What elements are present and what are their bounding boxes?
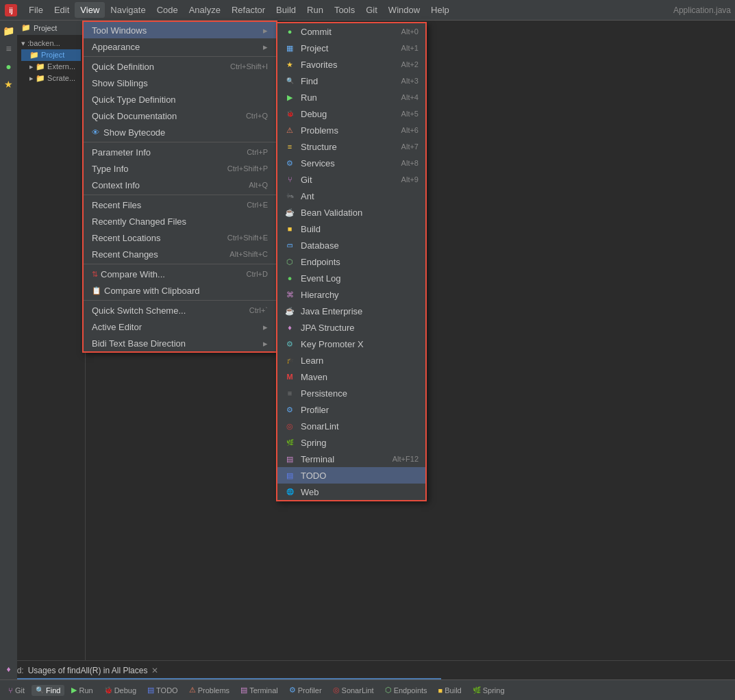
find-close-icon[interactable]: ✕ xyxy=(151,666,158,675)
tw-eventlog[interactable]: ● Event Log xyxy=(277,270,425,286)
menu-window[interactable]: Window xyxy=(383,2,425,18)
menu-quick-definition[interactable]: Quick Definition Ctrl+Shift+I xyxy=(84,58,276,75)
statusbar-sonarlint-icon: ◎ xyxy=(333,686,340,695)
statusbar-build[interactable]: ■ Build xyxy=(434,685,466,696)
tw-persistence[interactable]: ≡ Persistence xyxy=(277,385,425,401)
tw-profiler[interactable]: ⚙ Profiler xyxy=(277,401,425,418)
statusbar-build-label: Build xyxy=(445,686,461,695)
tw-spring[interactable]: 🌿 Spring xyxy=(277,434,425,451)
menu-show-siblings[interactable]: Show Siblings xyxy=(84,75,276,91)
project-item-scratch[interactable]: ▸ 📁 Scrate... xyxy=(21,73,81,84)
statusbar-endpoints[interactable]: ⬡ Endpoints xyxy=(381,684,432,696)
statusbar-run[interactable]: ▶ Run xyxy=(67,684,97,696)
menu-analyze[interactable]: Analyze xyxy=(184,2,226,18)
menu-help[interactable]: Help xyxy=(425,2,455,18)
menu-quick-type[interactable]: Quick Type Definition xyxy=(84,91,276,108)
recent-changes-shortcut: Alt+Shift+C xyxy=(229,250,268,258)
statusbar-git[interactable]: ⑂ Git xyxy=(4,685,29,696)
project-item-project[interactable]: 📁 Project xyxy=(21,49,81,61)
bean-icon: ☕ xyxy=(284,207,295,218)
menu-active-editor[interactable]: Active Editor ▸ xyxy=(84,318,276,335)
tw-problems[interactable]: ⚠ Problems Alt+6 xyxy=(277,122,425,138)
tw-maven[interactable]: M Maven xyxy=(277,368,425,385)
tw-maven-label: Maven xyxy=(301,372,419,382)
tw-endpoints[interactable]: ⬡ Endpoints xyxy=(277,253,425,270)
tw-favorites[interactable]: ★ Favorites Alt+2 xyxy=(277,56,425,73)
window-title: Application.java xyxy=(673,5,731,15)
tw-sonarlint[interactable]: ◎ SonarLint xyxy=(277,418,425,434)
menu-run[interactable]: Run xyxy=(301,2,329,18)
tw-structure[interactable]: ≡ Structure Alt+7 xyxy=(277,138,425,155)
statusbar-problems[interactable]: ⚠ Problems xyxy=(185,684,234,696)
menu-build[interactable]: Build xyxy=(271,2,301,18)
tw-web[interactable]: 🌐 Web xyxy=(277,484,425,500)
project-panel-title: Project xyxy=(34,24,57,32)
sidebar-jpa-icon[interactable]: ♦ xyxy=(1,662,16,677)
menu-git[interactable]: Git xyxy=(360,2,383,18)
statusbar-todo[interactable]: ▤ TODO xyxy=(143,684,182,696)
project-item-extern[interactable]: ▸ 📁 Extern... xyxy=(21,61,81,73)
tw-git[interactable]: ⑂ Git Alt+9 xyxy=(277,171,425,188)
sidebar-commit-icon[interactable]: ● xyxy=(1,59,16,74)
menu-bidi-text[interactable]: Bidi Text Base Direction ▸ xyxy=(84,335,276,351)
menu-quick-doc[interactable]: Quick Documentation Ctrl+Q xyxy=(84,108,276,124)
menu-code[interactable]: Code xyxy=(151,2,184,18)
statusbar-terminal[interactable]: ▤ Terminal xyxy=(236,684,282,696)
terminal-icon: ▤ xyxy=(284,453,295,464)
menu-tool-windows[interactable]: Tool Windows ▸ ● Commit Alt+0 ▦ Project … xyxy=(84,22,276,38)
menu-edit[interactable]: Edit xyxy=(49,2,75,18)
tw-services[interactable]: ⚙ Services Alt+8 xyxy=(277,155,425,171)
menu-recently-changed[interactable]: Recently Changed Files xyxy=(84,213,276,229)
sidebar-project-icon[interactable]: 📁 xyxy=(1,23,16,38)
tw-todo[interactable]: ▤ TODO xyxy=(277,467,425,484)
tw-run[interactable]: ▶ Run Alt+4 xyxy=(277,89,425,105)
tw-jpa-structure[interactable]: ♦ JPA Structure xyxy=(277,319,425,336)
statusbar-profiler[interactable]: ⚙ Profiler xyxy=(285,684,326,696)
menu-type-info[interactable]: Type Info Ctrl+Shift+P xyxy=(84,160,276,177)
tw-debug-shortcut: Alt+5 xyxy=(401,110,419,118)
project-item-backend[interactable]: ▾ :backen... xyxy=(21,38,81,49)
menu-context-info[interactable]: Context Info Alt+Q xyxy=(84,177,276,193)
statusbar-spring[interactable]: 🌿 Spring xyxy=(469,685,509,696)
tw-hierarchy[interactable]: ⌘ Hierarchy xyxy=(277,286,425,303)
statusbar-problems-icon: ⚠ xyxy=(189,686,196,695)
menu-quick-switch[interactable]: Quick Switch Scheme... Ctrl+` xyxy=(84,302,276,318)
menu-navigate[interactable]: Navigate xyxy=(105,2,151,18)
statusbar-problems-label: Problems xyxy=(198,686,229,695)
menu-file[interactable]: File xyxy=(23,2,49,18)
tw-database[interactable]: 🗃 Database xyxy=(277,237,425,253)
statusbar-find[interactable]: 🔍 Find xyxy=(32,685,64,696)
menu-show-bytecode[interactable]: 👁 Show Bytecode xyxy=(84,124,276,140)
tw-run-label: Run xyxy=(301,92,396,103)
statusbar-debug[interactable]: 🐞 Debug xyxy=(100,685,140,696)
tw-learn[interactable]: 🎓 Learn xyxy=(277,352,425,368)
menu-recent-locations[interactable]: Recent Locations Ctrl+Shift+E xyxy=(84,229,276,246)
statusbar-endpoints-icon: ⬡ xyxy=(385,686,392,695)
tw-database-label: Database xyxy=(301,240,419,251)
tw-favorites-shortcut: Alt+2 xyxy=(401,60,419,68)
tw-commit[interactable]: ● Commit Alt+0 xyxy=(277,23,425,40)
menu-tools[interactable]: Tools xyxy=(329,2,360,18)
sidebar-favorites-icon[interactable]: ★ xyxy=(1,77,16,92)
tw-find[interactable]: 🔍 Find Alt+3 xyxy=(277,73,425,89)
statusbar-sonarlint[interactable]: ◎ SonarLint xyxy=(329,684,378,696)
menu-view[interactable]: View xyxy=(75,2,105,18)
sidebar-structure-icon[interactable]: ≡ xyxy=(1,41,16,56)
menu-recent-files[interactable]: Recent Files Ctrl+E xyxy=(84,197,276,213)
tw-bean-validation[interactable]: ☕ Bean Validation xyxy=(277,204,425,221)
tw-build[interactable]: ■ Build xyxy=(277,221,425,237)
menu-appearance[interactable]: Appearance ▸ xyxy=(84,38,276,55)
menu-compare-with[interactable]: ⇅ Compare With... Ctrl+D xyxy=(84,266,276,282)
tw-key-promoter[interactable]: ⚙ Key Promoter X xyxy=(277,336,425,352)
compare-clipboard-label: Compare with Clipboard xyxy=(104,286,268,296)
statusbar-git-label: Git xyxy=(15,686,25,695)
tw-project[interactable]: ▦ Project Alt+1 xyxy=(277,40,425,56)
menu-parameter-info[interactable]: Parameter Info Ctrl+P xyxy=(84,144,276,160)
tw-terminal[interactable]: ▤ Terminal Alt+F12 xyxy=(277,451,425,467)
menu-recent-changes[interactable]: Recent Changes Alt+Shift+C xyxy=(84,246,276,262)
tw-java-enterprise[interactable]: ☕ Java Enterprise xyxy=(277,303,425,319)
menu-compare-clipboard[interactable]: 📋 Compare with Clipboard xyxy=(84,282,276,299)
tw-ant[interactable]: 🐜 Ant xyxy=(277,188,425,204)
tw-debug[interactable]: 🐞 Debug Alt+5 xyxy=(277,105,425,122)
menu-refactor[interactable]: Refactor xyxy=(226,2,271,18)
